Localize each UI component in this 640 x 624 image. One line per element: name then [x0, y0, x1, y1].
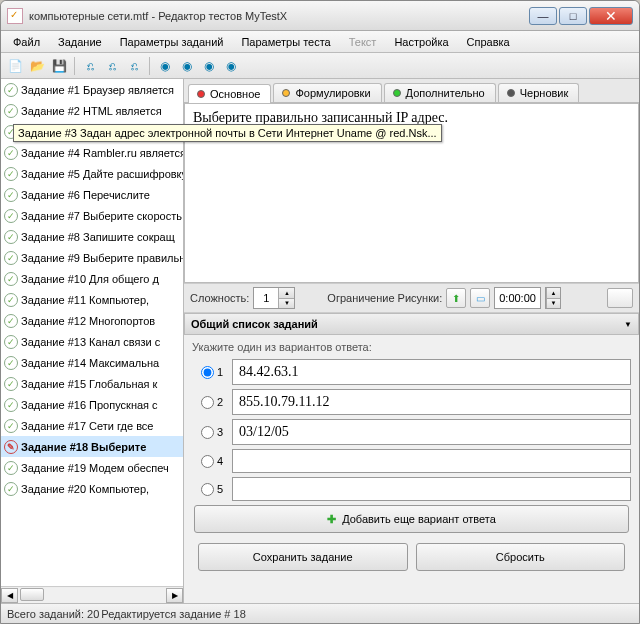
answer-radio[interactable]	[201, 396, 214, 409]
task-label: Задание #20 Компьютер,	[21, 483, 149, 495]
task-item[interactable]: Задание #17 Сети где все	[1, 415, 183, 436]
menu-help[interactable]: Справка	[459, 34, 518, 50]
task-item[interactable]: Задание #7 Выберите скорость	[1, 205, 183, 226]
difficulty-input[interactable]	[254, 288, 278, 308]
circ2-icon[interactable]: ◉	[177, 56, 197, 76]
tree3-icon[interactable]: ⎌	[124, 56, 144, 76]
task-label: Задание #18 Выберите	[21, 441, 146, 453]
plus-icon: ✚	[327, 513, 336, 526]
task-label: Задание #7 Выберите скорость	[21, 210, 182, 222]
scroll-thumb[interactable]	[20, 588, 44, 601]
sidebar-hscroll[interactable]: ◀ ▶	[1, 586, 183, 603]
status-total: Всего заданий: 20	[7, 608, 99, 620]
circ4-icon[interactable]: ◉	[221, 56, 241, 76]
spin-up-icon[interactable]: ▲	[278, 288, 294, 299]
task-item[interactable]: Задание #8 Запишите сокращ	[1, 226, 183, 247]
difficulty-spinner[interactable]: ▲▼	[253, 287, 295, 309]
answer-text[interactable]: 84.42.63.1	[232, 359, 631, 385]
task-item[interactable]: Задание #4 Rambler.ru является	[1, 142, 183, 163]
task-check-icon	[4, 167, 18, 181]
menu-task[interactable]: Задание	[50, 34, 110, 50]
app-icon	[7, 8, 23, 24]
task-item[interactable]: Задание #1 Браузер является	[1, 79, 183, 100]
task-check-icon	[4, 335, 18, 349]
answer-text[interactable]	[232, 449, 631, 473]
status-editing: Редактируется задание # 18	[101, 608, 245, 620]
task-item[interactable]: Задание #5 Дайте расшифровку	[1, 163, 183, 184]
task-item[interactable]: Задание #10 Для общего д	[1, 268, 183, 289]
tree1-icon[interactable]: ⎌	[80, 56, 100, 76]
task-check-icon	[4, 419, 18, 433]
answer-text[interactable]	[232, 477, 631, 501]
tab-formul[interactable]: Формулировки	[273, 83, 381, 102]
time-limit[interactable]: 0:00:00	[494, 287, 541, 309]
circ3-icon[interactable]: ◉	[199, 56, 219, 76]
task-sidebar: Задание #1 Браузер являетсяЗадание #2 HT…	[1, 79, 184, 603]
answer-number: 3	[217, 426, 223, 438]
task-item[interactable]: Задание #2 HTML является	[1, 100, 183, 121]
menu-file[interactable]: Файл	[5, 34, 48, 50]
task-label: Задание #11 Компьютер,	[21, 294, 149, 306]
tab-draft[interactable]: Черновик	[498, 83, 580, 102]
answers-section-header[interactable]: Общий список заданий▼	[184, 313, 639, 335]
circ1-icon[interactable]: ◉	[155, 56, 175, 76]
pic-add-icon[interactable]: ⬆	[446, 288, 466, 308]
task-item[interactable]: Задание #16 Пропускная с	[1, 394, 183, 415]
time-down-icon[interactable]: ▼	[546, 299, 560, 309]
dropdown-icon[interactable]: ▼	[624, 320, 632, 329]
task-label: Задание #6 Перечислите	[21, 189, 150, 201]
task-item[interactable]: Задание #11 Компьютер,	[1, 289, 183, 310]
answer-text[interactable]: 03/12/05	[232, 419, 631, 445]
menu-testparams[interactable]: Параметры теста	[233, 34, 338, 50]
task-item[interactable]: Задание #15 Глобальная к	[1, 373, 183, 394]
task-item[interactable]: Задание #13 Канал связи с	[1, 331, 183, 352]
task-item[interactable]: Задание #20 Компьютер,	[1, 478, 183, 499]
pic-view-icon[interactable]: ▭	[470, 288, 490, 308]
task-check-icon	[4, 272, 18, 286]
menu-settings[interactable]: Настройка	[386, 34, 456, 50]
answer-radio[interactable]	[201, 455, 214, 468]
task-item[interactable]: Задание #19 Модем обеспеч	[1, 457, 183, 478]
task-label: Задание #10 Для общего д	[21, 273, 159, 285]
task-item[interactable]: Задание #18 Выберите	[1, 436, 183, 457]
save-icon[interactable]: 💾	[49, 56, 69, 76]
task-check-icon	[4, 461, 18, 475]
task-item[interactable]: Задание #14 Максимальна	[1, 352, 183, 373]
new-icon[interactable]: 📄	[5, 56, 25, 76]
task-check-icon	[4, 293, 18, 307]
scroll-right-icon[interactable]: ▶	[166, 588, 183, 603]
answer-radio[interactable]	[201, 483, 214, 496]
task-item[interactable]: Задание #12 Многопортов	[1, 310, 183, 331]
task-check-icon	[4, 104, 18, 118]
task-check-icon	[4, 146, 18, 160]
extra-button[interactable]	[607, 288, 633, 308]
titlebar: компьютерные сети.mtf - Редактор тестов …	[1, 1, 639, 31]
answer-text[interactable]: 855.10.79.11.12	[232, 389, 631, 415]
menu-taskparams[interactable]: Параметры заданий	[112, 34, 232, 50]
minimize-button[interactable]: —	[529, 7, 557, 25]
difficulty-label: Сложность:	[190, 292, 249, 304]
tab-extra[interactable]: Дополнительно	[384, 83, 496, 102]
save-task-button[interactable]: Сохранить задание	[198, 543, 408, 571]
reset-button[interactable]: Сбросить	[416, 543, 626, 571]
task-label: Задание #9 Выберите правильн	[21, 252, 183, 264]
task-label: Задание #19 Модем обеспеч	[21, 462, 169, 474]
answer-number: 2	[217, 396, 223, 408]
spin-down-icon[interactable]: ▼	[278, 299, 294, 309]
tab-main[interactable]: Основное	[188, 84, 271, 103]
scroll-left-icon[interactable]: ◀	[1, 588, 18, 603]
maximize-button[interactable]: □	[559, 7, 587, 25]
task-label: Задание #2 HTML является	[21, 105, 162, 117]
answer-number: 1	[217, 366, 223, 378]
answer-radio[interactable]	[201, 426, 214, 439]
open-icon[interactable]: 📂	[27, 56, 47, 76]
task-item[interactable]: Задание #9 Выберите правильн	[1, 247, 183, 268]
time-up-icon[interactable]: ▲	[546, 288, 560, 299]
toolbar: 📄 📂 💾 ⎌ ⎌ ⎌ ◉ ◉ ◉ ◉	[1, 53, 639, 79]
answer-radio[interactable]	[201, 366, 214, 379]
close-button[interactable]: ✕	[589, 7, 633, 25]
task-item[interactable]: Задание #6 Перечислите	[1, 184, 183, 205]
add-answer-button[interactable]: ✚ Добавить еще вариант ответа	[194, 505, 629, 533]
tree2-icon[interactable]: ⎌	[102, 56, 122, 76]
limit-label: Ограничение Рисунки:	[327, 292, 442, 304]
